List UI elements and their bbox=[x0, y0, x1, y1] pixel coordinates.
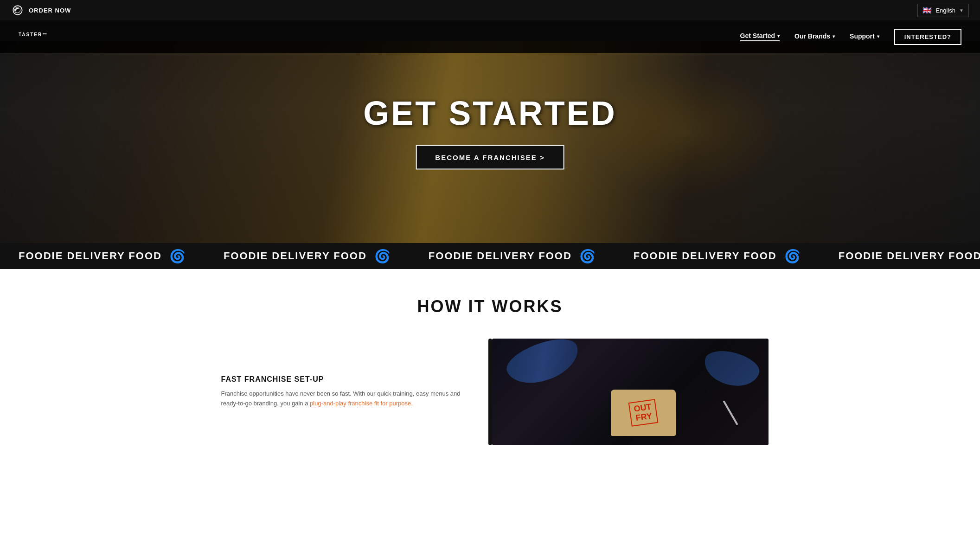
chevron-down-icon: ▾ bbox=[833, 34, 835, 39]
how-divider bbox=[488, 339, 492, 445]
bag-stamp: OUTFRY bbox=[628, 399, 658, 426]
ticker-item-4: FOODIE DELIVERY FOOD 🌀 bbox=[615, 249, 820, 264]
ticker-text-1: FOODIE DELIVERY FOOD bbox=[19, 250, 162, 262]
delivery-bag: OUTFRY bbox=[611, 390, 676, 436]
logo[interactable]: TASTER™ bbox=[19, 29, 48, 44]
top-bar: ORDER NOW 🇬🇧 English ▼ bbox=[0, 0, 980, 20]
ticker-dot-1: 🌀 bbox=[169, 249, 186, 264]
how-it-works-section: HOW IT WORKS FAST FRANCHISE SET-UP Franc… bbox=[0, 269, 980, 464]
hero-section: GET STARTED BECOME A FRANCHISEE > bbox=[0, 20, 980, 243]
how-text-block: FAST FRANCHISE SET-UP Franchise opportun… bbox=[212, 339, 488, 445]
ticker-dot-3: 🌀 bbox=[579, 249, 596, 264]
main-nav: TASTER™ Get Started ▾ Our Brands ▾ Suppo… bbox=[0, 20, 980, 53]
franchise-highlight: plug-and-play franchise fit for purpose. bbox=[310, 400, 413, 407]
logo-text: TASTER bbox=[19, 32, 42, 37]
chevron-down-icon: ▾ bbox=[877, 34, 879, 39]
franchise-title: FAST FRANCHISE SET-UP bbox=[221, 375, 461, 384]
chevron-down-icon: ▾ bbox=[777, 33, 780, 38]
section-title: HOW IT WORKS bbox=[19, 297, 961, 316]
how-grid: FAST FRANCHISE SET-UP Franchise opportun… bbox=[212, 339, 769, 445]
language-selector[interactable]: 🇬🇧 English ▼ bbox=[917, 4, 969, 17]
order-now-label: ORDER NOW bbox=[29, 7, 71, 14]
ticker-bar: FOODIE DELIVERY FOOD 🌀 FOODIE DELIVERY F… bbox=[0, 243, 980, 269]
nav-link-our-brands[interactable]: Our Brands ▾ bbox=[794, 32, 835, 41]
ticker-text-2: FOODIE DELIVERY FOOD bbox=[224, 250, 367, 262]
hero-content: GET STARTED BECOME A FRANCHISEE > bbox=[363, 94, 617, 170]
ticker-text-4: FOODIE DELIVERY FOOD bbox=[634, 250, 777, 262]
ticker-content: FOODIE DELIVERY FOOD 🌀 FOODIE DELIVERY F… bbox=[0, 249, 980, 264]
franchise-description: Franchise opportunities have never been … bbox=[221, 389, 461, 409]
interested-button[interactable]: INTERESTED? bbox=[894, 29, 961, 45]
order-now-button[interactable]: ORDER NOW bbox=[11, 4, 71, 17]
become-franchisee-button[interactable]: BECOME A FRANCHISEE > bbox=[416, 145, 564, 170]
ticker-item-3: FOODIE DELIVERY FOOD 🌀 bbox=[410, 249, 615, 264]
ticker-item-2: FOODIE DELIVERY FOOD 🌀 bbox=[205, 249, 410, 264]
logo-trademark: ™ bbox=[42, 32, 48, 37]
ticker-item-1: FOODIE DELIVERY FOOD 🌀 bbox=[0, 249, 205, 264]
nav-links: Get Started ▾ Our Brands ▾ Support ▾ INT… bbox=[740, 29, 961, 45]
ticker-dot-2: 🌀 bbox=[374, 249, 391, 264]
flag-icon: 🇬🇧 bbox=[922, 6, 932, 15]
ticker-item-5: FOODIE DELIVERY FOOD 🌀 bbox=[820, 249, 980, 264]
ticker-dot-4: 🌀 bbox=[784, 249, 801, 264]
hero-title: GET STARTED bbox=[363, 94, 617, 132]
swirl-icon bbox=[11, 4, 24, 17]
chevron-down-icon: ▼ bbox=[959, 8, 964, 13]
ticker-text-3: FOODIE DELIVERY FOOD bbox=[429, 250, 572, 262]
language-label: English bbox=[935, 7, 955, 14]
nav-link-support[interactable]: Support ▾ bbox=[850, 32, 879, 41]
how-image-block: OUTFRY bbox=[492, 339, 769, 445]
ticker-text-5: FOODIE DELIVERY FOOD bbox=[839, 250, 980, 262]
how-image-background: OUTFRY bbox=[492, 339, 769, 445]
nav-link-get-started[interactable]: Get Started ▾ bbox=[740, 32, 780, 41]
